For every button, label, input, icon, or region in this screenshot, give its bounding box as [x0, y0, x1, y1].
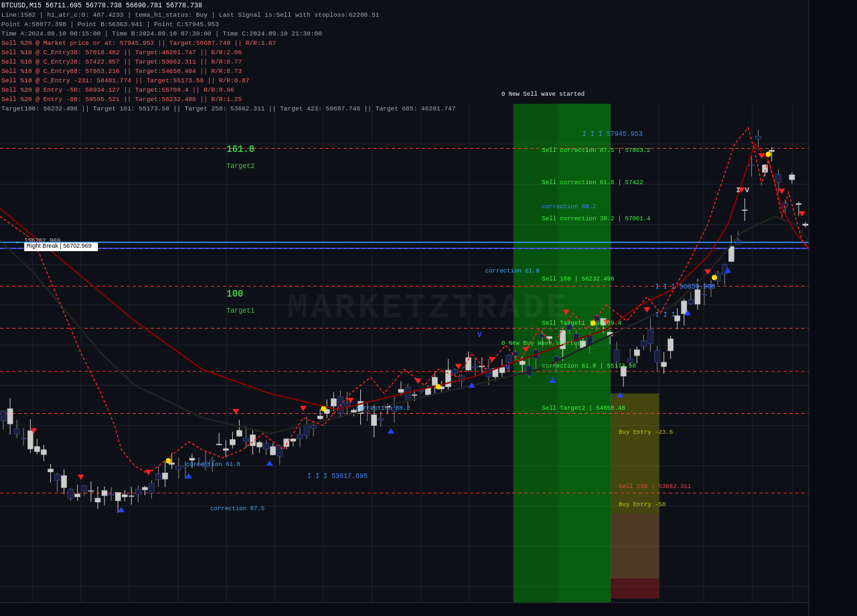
- watermark: MARKETZTRADE: [287, 289, 570, 328]
- chart-container: MARKETZTRADE BTCUSD,M15 56711.605 56778.…: [0, 0, 857, 616]
